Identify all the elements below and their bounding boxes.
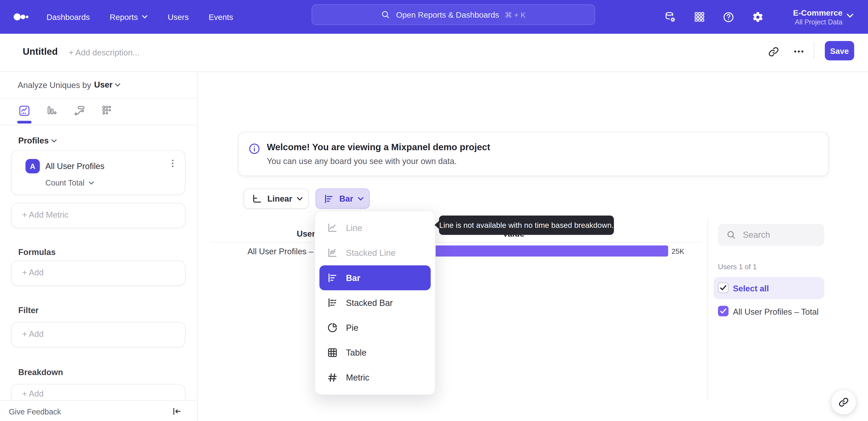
nav-item-dashboards[interactable]: Dashboards xyxy=(46,12,90,21)
bar-chart-icon xyxy=(323,193,334,204)
active-tab-indicator xyxy=(17,121,32,123)
search-icon xyxy=(381,10,391,20)
menu-item-stacked-line[interactable]: Stacked Line xyxy=(319,241,431,265)
menu-item-bar[interactable]: Bar xyxy=(319,265,431,290)
link-icon xyxy=(838,397,849,408)
nav-item-users[interactable]: Users xyxy=(168,12,189,21)
series-search xyxy=(718,224,824,246)
chart-bar-value: 25K xyxy=(672,247,684,255)
menu-item-label: Stacked Line xyxy=(346,248,396,258)
series-label[interactable]: All User Profiles – Total xyxy=(733,307,818,316)
series-checkbox[interactable] xyxy=(718,306,728,316)
metric-badge: A xyxy=(26,159,40,173)
breakdown-section-label: Breakdown xyxy=(18,367,63,377)
mixpanel-report-builder: Dashboards Reports Users Events Open Rep… xyxy=(0,0,868,421)
nav-item-label: Events xyxy=(209,12,233,21)
table-icon xyxy=(327,347,338,358)
nav-item-label: Reports xyxy=(110,12,138,21)
formulas-section-label: Formulas xyxy=(18,247,56,256)
chevron-down-icon xyxy=(51,139,57,143)
sidebar-divider xyxy=(0,125,197,125)
scale-dropdown-button[interactable]: Linear xyxy=(244,189,309,209)
project-scope: All Project Data xyxy=(795,18,842,26)
menu-item-label: Table xyxy=(346,348,367,358)
select-all-checkbox[interactable] xyxy=(718,283,728,293)
analyze-entity-dropdown[interactable]: User xyxy=(94,80,113,89)
chevron-down-icon xyxy=(142,15,148,19)
global-search-placeholder: Open Reports & Dashboards xyxy=(396,10,499,19)
chart-type-dropdown-button[interactable]: Bar xyxy=(315,189,370,209)
mixpanel-logo-icon[interactable] xyxy=(13,12,29,22)
bar-chart-icon xyxy=(327,272,338,283)
share-link-fab[interactable] xyxy=(831,390,856,415)
metric-name[interactable]: All User Profiles xyxy=(45,161,104,171)
nav-item-label: Dashboards xyxy=(46,12,90,21)
menu-item-label: Metric xyxy=(346,372,369,383)
menu-item-pie[interactable]: Pie xyxy=(319,315,431,340)
tooltip: Line is not available with no time based… xyxy=(439,216,614,235)
menu-item-label: Bar xyxy=(346,273,360,283)
chart-header-divider xyxy=(211,242,702,243)
chevron-down-icon xyxy=(115,83,121,87)
chart-type-label: Bar xyxy=(339,194,353,203)
menu-item-label: Pie xyxy=(346,323,359,333)
nav-item-reports[interactable]: Reports xyxy=(110,12,148,21)
chevron-down-icon xyxy=(89,181,94,185)
give-feedback-link[interactable]: Give Feedback xyxy=(9,407,61,416)
tooltip-text: Line is not available with no time based… xyxy=(439,221,614,229)
menu-item-label: Stacked Bar xyxy=(346,298,393,308)
search-icon xyxy=(726,230,736,240)
tab-flows[interactable] xyxy=(74,105,86,117)
project-name: E-Commerce xyxy=(793,7,842,18)
add-description-placeholder[interactable]: + Add description... xyxy=(69,48,140,57)
stacked-bar-chart-icon xyxy=(327,297,338,309)
banner-subtitle: You can use any board you see with your … xyxy=(267,156,457,166)
info-icon xyxy=(248,142,260,155)
report-title[interactable]: Untitled xyxy=(23,47,58,58)
scale-label: Linear xyxy=(268,194,292,203)
line-chart-icon xyxy=(327,222,338,234)
apps-grid-icon[interactable] xyxy=(694,11,705,23)
menu-item-stacked-bar[interactable]: Stacked Bar xyxy=(319,290,431,315)
kebab-menu-icon[interactable] xyxy=(168,158,178,168)
menu-item-metric[interactable]: Metric xyxy=(319,365,431,390)
banner-title: Welcome! You are viewing a Mixpanel demo… xyxy=(267,142,490,152)
top-nav: Dashboards Reports Users Events Open Rep… xyxy=(0,0,868,34)
collapse-sidebar-icon[interactable] xyxy=(172,406,182,417)
aggregation-dropdown[interactable]: Count Total xyxy=(45,178,85,187)
tab-funnels[interactable] xyxy=(46,105,58,117)
panel-divider xyxy=(708,220,708,400)
linear-scale-icon xyxy=(251,193,262,204)
profiles-section-label[interactable]: Profiles xyxy=(18,136,49,145)
global-search-button[interactable]: Open Reports & Dashboards ⌘ + K xyxy=(312,4,595,25)
analyze-prefix-label: Analyze Uniques by xyxy=(18,80,91,90)
header-divider xyxy=(814,42,814,59)
nav-item-events[interactable]: Events xyxy=(209,12,233,21)
nav-links: Dashboards Reports Users Events xyxy=(46,0,233,34)
save-button[interactable]: Save xyxy=(825,41,854,60)
more-options-icon[interactable] xyxy=(792,44,806,59)
project-switcher[interactable]: E-Commerce All Project Data xyxy=(780,0,842,34)
chevron-down-icon xyxy=(358,196,364,201)
select-all-label[interactable]: Select all xyxy=(733,284,769,293)
stacked-line-chart-icon xyxy=(327,247,338,259)
data-management-icon[interactable] xyxy=(664,11,677,23)
chart-type-menu: Line Stacked Line Bar Stacked Bar Pie Ta… xyxy=(314,210,436,395)
add-metric-label: + Add Metric xyxy=(22,210,68,219)
chevron-down-icon xyxy=(846,13,854,18)
chevron-down-icon xyxy=(297,196,303,201)
menu-item-table[interactable]: Table xyxy=(319,340,431,365)
series-search-input[interactable] xyxy=(742,229,814,241)
nav-icon-group xyxy=(664,0,764,34)
demo-banner xyxy=(238,132,829,176)
copy-link-icon[interactable] xyxy=(766,44,780,59)
tab-insights[interactable] xyxy=(18,105,31,117)
settings-gear-icon[interactable] xyxy=(752,11,764,23)
add-formula-label: + Add xyxy=(22,268,43,277)
help-icon[interactable] xyxy=(722,11,735,23)
add-breakdown-label: + Add xyxy=(22,389,43,398)
tab-retention[interactable] xyxy=(101,105,114,117)
menu-item-line[interactable]: Line xyxy=(319,216,431,241)
filter-section-label: Filter xyxy=(18,305,39,315)
metric-hash-icon xyxy=(327,372,338,383)
